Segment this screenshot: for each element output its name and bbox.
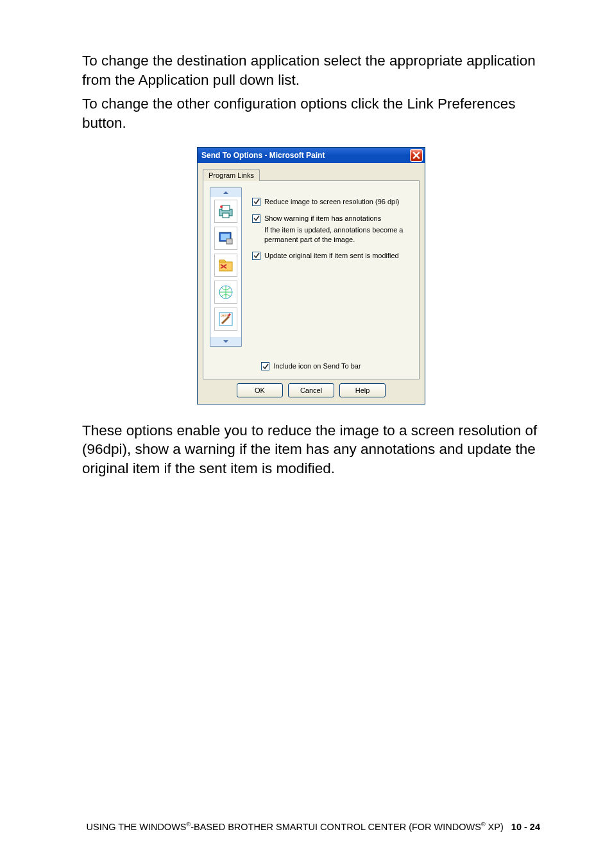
send-to-options-dialog: Send To Options - Microsoft Paint Progra… [197,147,425,404]
paragraph-3: These options enable you to reduce the i… [82,421,540,478]
tab-body: paint Reduce image to screen resolution … [203,180,420,379]
close-button[interactable] [410,149,423,162]
folder-app-icon [217,257,234,273]
help-button[interactable]: Help [339,383,386,397]
footer-mid1: -BASED BROTHER SMARTUI CONTROL CENTER (F… [191,822,481,832]
include-icon-label: Include icon on Send To bar [273,362,361,371]
chevron-up-icon [223,191,228,195]
program-icon-1[interactable] [214,200,237,223]
reduce-resolution-checkbox[interactable] [252,198,260,206]
titlebar: Send To Options - Microsoft Paint [198,148,425,163]
update-original-label: Update original item if item sent is mod… [264,252,399,261]
dialog-button-row: OK Cancel Help [198,383,425,404]
reduce-resolution-label: Reduce image to screen resolution (96 dp… [264,198,399,207]
program-icon-listbox[interactable]: paint [210,187,242,347]
page-number: 10 - 24 [511,822,540,832]
options-column: Reduce image to screen resolution (96 dp… [252,198,412,268]
svg-rect-6 [226,239,232,244]
footer-prefix: USING THE WINDOWS [87,822,187,832]
update-original-row: Update original item if item sent is mod… [252,252,412,261]
ok-button[interactable]: OK [237,383,283,397]
check-icon [253,252,260,259]
show-warning-checkbox[interactable] [252,214,260,223]
program-icon-5[interactable]: paint [214,308,237,331]
dialog-screenshot-wrap: Send To Options - Microsoft Paint Progra… [82,147,540,404]
program-icon-2[interactable] [214,227,237,250]
chevron-down-icon [223,340,228,343]
reduce-resolution-row: Reduce image to screen resolution (96 dp… [252,198,412,207]
warning-note: If the item is updated, annotations beco… [264,225,412,244]
svg-rect-1 [222,205,230,211]
printer-icon [217,203,234,220]
paint-icon: paint [217,311,234,327]
titlebar-text: Send To Options - Microsoft Paint [201,151,410,160]
monitor-icon [217,230,234,247]
globe-icon [217,284,234,300]
show-warning-label: Show warning if item has annotations [264,214,381,223]
cancel-button[interactable]: Cancel [288,383,334,397]
check-icon [253,215,260,221]
svg-point-3 [220,205,223,208]
tabstrip: Program Links [198,163,425,180]
footer-mid2: XP) [486,822,504,832]
close-icon [412,152,420,159]
program-icon-4[interactable] [214,281,237,304]
svg-text:paint: paint [221,313,228,317]
program-icon-3[interactable] [214,254,237,277]
show-warning-row: Show warning if item has annotations [252,214,412,223]
document-page: To change the destination application se… [0,0,612,868]
program-icon-list: paint [210,197,241,337]
check-icon [262,363,269,370]
paragraph-1: To change the destination application se… [82,51,540,89]
update-original-checkbox[interactable] [252,252,260,260]
svg-rect-2 [223,213,229,218]
footer-reg-2: ® [481,821,486,828]
page-footer: USING THE WINDOWS®-BASED BROTHER SMARTUI… [82,821,540,832]
paragraph-2: To change the other configuration option… [82,94,540,132]
check-icon [253,198,260,205]
svg-rect-7 [219,262,232,271]
scroll-up-button[interactable] [210,188,241,197]
scroll-down-button[interactable] [210,337,241,346]
include-icon-row: Include icon on Send To bar [203,362,419,371]
include-icon-checkbox[interactable] [261,362,269,370]
tab-program-links[interactable]: Program Links [203,169,260,181]
